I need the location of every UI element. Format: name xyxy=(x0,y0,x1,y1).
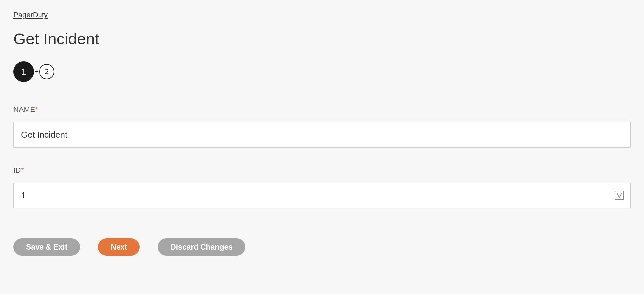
next-button[interactable]: Next xyxy=(98,238,140,256)
stepper: 1 2 xyxy=(13,61,631,82)
name-label: NAME* xyxy=(13,105,631,114)
discard-changes-button[interactable]: Discard Changes xyxy=(158,238,245,256)
button-row: Save & Exit Next Discard Changes xyxy=(13,238,631,256)
page-title: Get Incident xyxy=(13,30,631,48)
step-2[interactable]: 2 xyxy=(39,64,54,79)
svg-rect-0 xyxy=(615,191,624,200)
id-input[interactable] xyxy=(13,183,631,208)
id-label-text: ID xyxy=(13,166,21,174)
name-input[interactable] xyxy=(13,122,631,148)
required-mark: * xyxy=(21,166,24,174)
required-mark: * xyxy=(35,105,38,113)
variable-icon[interactable] xyxy=(614,190,625,201)
name-label-text: NAME xyxy=(13,105,35,113)
form-group-name: NAME* xyxy=(13,105,631,148)
step-connector xyxy=(35,71,38,72)
save-exit-button[interactable]: Save & Exit xyxy=(13,238,80,256)
form-group-id: ID* xyxy=(13,166,631,208)
step-1[interactable]: 1 xyxy=(13,61,34,82)
breadcrumb[interactable]: PagerDuty xyxy=(13,11,48,19)
id-label: ID* xyxy=(13,166,631,175)
